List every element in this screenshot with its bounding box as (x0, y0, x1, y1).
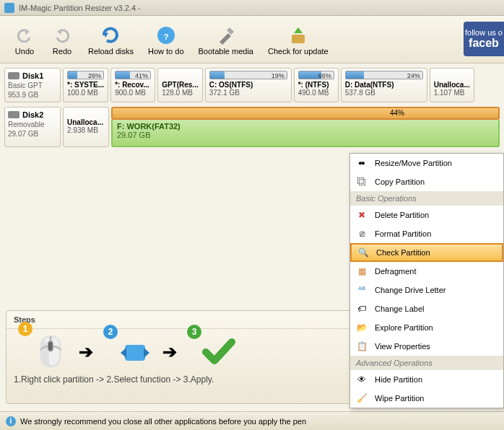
redo-label: Redo (53, 47, 71, 56)
disk2-row: Disk2 Removable 29.07 GB Unalloca... 2.9… (4, 107, 500, 147)
partition-box[interactable]: GPT(Res...128.0 MB (157, 68, 203, 102)
undo-button[interactable]: Undo (6, 21, 43, 58)
partition-size: 1.107 MB (434, 89, 470, 97)
partition-label: D: Data(NTFS) (345, 81, 423, 89)
unalloc-label: Unalloca... (67, 118, 105, 126)
facebook-button[interactable]: follow us o faceb (464, 22, 504, 56)
check-icon: 🔍 (357, 247, 369, 258)
disk2-info[interactable]: Disk2 Removable 29.07 GB (4, 107, 61, 147)
disk1-row: Disk1 Basic GPT 953.9 GB 26%*: SYSTE...1… (4, 68, 500, 102)
menu-view-properties[interactable]: 📋View Properties (350, 337, 503, 356)
menu-change-label[interactable]: 🏷Change Label (350, 299, 503, 318)
fb-text: faceb (469, 37, 499, 50)
bootable-label: Bootable media (199, 47, 253, 56)
update-label: Check for update (268, 47, 329, 56)
partition-box[interactable]: 41%*: Recov...900.0 MB (110, 68, 155, 102)
partition-label: GPT(Res... (162, 81, 199, 89)
fb-follow-text: follow us o (465, 28, 503, 37)
copy-icon: ⿻ (356, 176, 368, 188)
explore-icon: 📂 (356, 322, 368, 333)
usage-bar: 66% (298, 71, 334, 79)
howto-button[interactable]: ? How to do (141, 21, 191, 58)
partition-size: 372.1 GB (209, 89, 287, 97)
partition-label: Unalloca... (434, 81, 470, 89)
partition-size: 900.0 MB (115, 89, 151, 97)
menu-wipe-partition[interactable]: 🧹Wipe Partition (350, 389, 503, 408)
disk1-name: Disk1 (22, 71, 43, 80)
toolbar: Undo Redo Reload disks ? How to do Boota… (0, 16, 504, 63)
pct-label: 41% (135, 71, 148, 80)
tools-icon (214, 24, 238, 47)
wipe-icon: 🧹 (356, 392, 368, 404)
arrow-icon: ➔ (79, 342, 93, 362)
partition-size: 490.0 MB (298, 89, 334, 97)
usage-bar: 19% (209, 71, 287, 79)
disk2-partition-f[interactable]: 44% F: WORK(FAT32) 29.07 GB (111, 107, 500, 147)
undo-icon (13, 24, 36, 47)
menu-defragment[interactable]: ▦Defragment (350, 262, 503, 281)
menu-section-basic: Basic Operations (350, 191, 503, 206)
redo-icon (51, 24, 74, 47)
disk2-unalloc[interactable]: Unalloca... 2.938 MB (63, 107, 109, 147)
howto-label: How to do (148, 47, 184, 56)
partition-box[interactable]: 19%C: OS(NTFS)372.1 GB (205, 68, 292, 102)
usage-bar: 41% (115, 71, 151, 79)
mouse-icon: 🖱️ (32, 335, 69, 369)
partition-size: 537.8 GB (345, 89, 423, 97)
status-text: We strongly recommend you close all othe… (20, 417, 306, 426)
disk-icon (8, 111, 19, 118)
reload-icon (99, 24, 122, 47)
pct-label: 19% (271, 71, 284, 80)
pct-label: 26% (88, 71, 101, 80)
work-size: 29.07 GB (117, 131, 494, 139)
defrag-icon: ▦ (356, 266, 368, 277)
disk-icon (8, 72, 19, 79)
info-icon: i (6, 416, 16, 426)
menu-copy-partition[interactable]: ⿻Copy Partition (350, 172, 503, 191)
resize-icon: ⬌ (356, 157, 368, 169)
disk2-size: 29.07 GB (8, 130, 57, 138)
step-3-badge: 3 (187, 325, 201, 339)
check-update-button[interactable]: Check for update (261, 21, 336, 58)
svg-text:?: ? (163, 32, 168, 41)
redo-button[interactable]: Redo (43, 21, 81, 58)
partition-box[interactable]: 24%D: Data(NTFS)537.8 GB (341, 68, 427, 102)
partition-size: 100.0 MB (67, 89, 104, 97)
format-icon: ⎚ (356, 228, 368, 240)
usage-bar: 24% (345, 71, 423, 79)
menu-change-drive-letter[interactable]: ᴬᴮChange Drive Letter (350, 281, 503, 299)
undo-label: Undo (15, 47, 34, 56)
disk1-info[interactable]: Disk1 Basic GPT 953.9 GB (4, 68, 61, 102)
bootable-media-button[interactable]: Bootable media (191, 21, 261, 58)
pct-label: 24% (407, 71, 420, 80)
menu-section-advanced: Advanced Operations (350, 356, 503, 370)
menu-check-partition[interactable]: 🔍Check Partition (350, 243, 503, 262)
delete-icon: ✖ (356, 209, 368, 221)
update-icon (287, 24, 310, 47)
partition-label: *: Recov... (115, 81, 151, 89)
app-icon (4, 3, 14, 13)
app-title: IM-Magic Partition Resizer v3.2.4 - (19, 4, 141, 12)
menu-hide-partition[interactable]: 👁Hide Partition (350, 370, 503, 389)
menu-resize-move[interactable]: ⬌Resize/Move Partition (350, 154, 503, 172)
reload-disks-button[interactable]: Reload disks (81, 21, 141, 58)
menu-delete-partition[interactable]: ✖Delete Partition (350, 206, 503, 224)
partition-label: C: OS(NTFS) (209, 81, 287, 89)
resize-icon (118, 338, 152, 367)
menu-explore-partition[interactable]: 📂Explore Partition (350, 318, 503, 337)
label-icon: 🏷 (356, 303, 368, 315)
partition-label: *: SYSTE... (67, 81, 104, 89)
statusbar: i We strongly recommend you close all ot… (0, 411, 504, 430)
disk2-type: Removable (8, 120, 57, 128)
step-1-badge: 1 (18, 322, 32, 336)
usage-bar: 26% (67, 71, 104, 79)
partition-box[interactable]: Unalloca...1.107 MB (430, 68, 474, 102)
partition-label: *: (NTFS) (298, 81, 334, 89)
partition-box[interactable]: 26%*: SYSTE...100.0 MB (63, 68, 108, 102)
step-2-badge: 2 (103, 325, 118, 339)
context-menu: ⬌Resize/Move Partition ⿻Copy Partition B… (349, 153, 504, 408)
help-icon: ? (155, 24, 178, 47)
menu-format-partition[interactable]: ⎚Format Partition (350, 224, 503, 243)
partition-box[interactable]: 66%*: (NTFS)490.0 MB (294, 68, 339, 102)
letter-icon: ᴬᴮ (356, 284, 368, 296)
